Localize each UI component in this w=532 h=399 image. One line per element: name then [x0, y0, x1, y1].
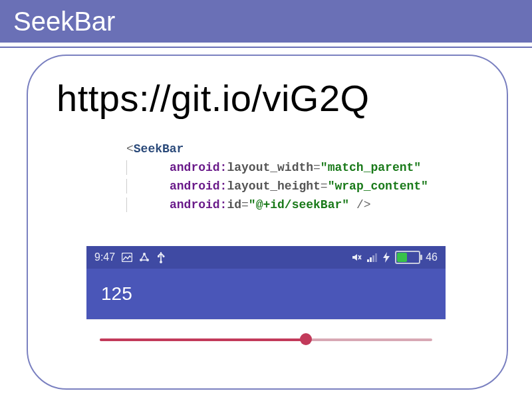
code-close: /> [349, 198, 370, 211]
code-snippet: <SeekBar android:layout_width="match_par… [126, 140, 428, 214]
svg-rect-10 [370, 257, 372, 262]
signal-icon [367, 253, 378, 262]
slide-title: SeekBar [13, 7, 115, 37]
status-left: 9:47 [94, 251, 166, 263]
code-val-id: "@+id/seekBar" [249, 198, 349, 211]
code-val-width: "match_parent" [321, 161, 421, 174]
charging-icon [383, 252, 390, 263]
code-line-4: android:id="@+id/seekBar" /> [126, 196, 428, 214]
code-ns: android: [170, 198, 227, 211]
svg-rect-9 [367, 259, 369, 262]
status-time: 9:47 [94, 251, 115, 263]
slide-title-bar: SeekBar [0, 0, 532, 47]
seekbar-thumb[interactable] [300, 333, 312, 345]
code-ns: android: [170, 180, 227, 193]
code-line-3: android:layout_height="wrap_content" [126, 177, 428, 196]
code-tagname: SeekBar [134, 142, 184, 156]
status-right: 46 [351, 251, 438, 264]
phone-preview: 9:47 46 [86, 246, 446, 357]
mute-icon [351, 252, 362, 263]
battery-icon [395, 251, 420, 264]
code-line-2: android:layout_width="match_parent" [126, 158, 428, 177]
image-icon [122, 253, 132, 262]
usb-icon [156, 251, 166, 263]
app-bar: 125 [86, 269, 446, 319]
code-line-1: <SeekBar [126, 140, 428, 158]
code-punct: < [126, 142, 134, 156]
code-attr-id: id [227, 198, 241, 211]
code-val-height: "wrap_content" [328, 180, 428, 193]
code-attr-height: layout_height [227, 180, 320, 193]
code-ns: android: [170, 161, 227, 174]
seekbar-track-fill [100, 338, 306, 341]
seekbar-row [86, 319, 446, 357]
url-text: https://git.io/viG2Q [57, 76, 370, 120]
svg-rect-12 [375, 253, 377, 262]
divider [0, 47, 532, 48]
battery-text: 46 [426, 251, 438, 263]
seekbar-value: 125 [101, 283, 132, 305]
status-bar: 9:47 46 [86, 246, 446, 269]
svg-point-6 [163, 255, 165, 257]
svg-marker-13 [383, 252, 390, 263]
svg-point-4 [160, 261, 162, 263]
svg-rect-11 [372, 255, 374, 262]
svg-rect-5 [158, 255, 160, 257]
share-icon [139, 252, 150, 263]
code-attr-width: layout_width [227, 161, 313, 174]
